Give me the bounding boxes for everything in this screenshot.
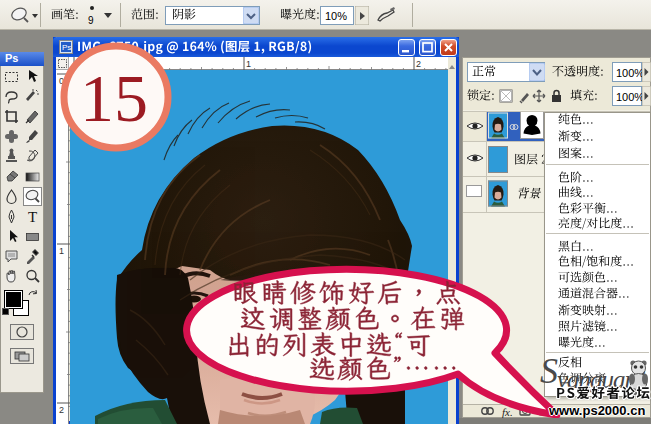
svg-text:15: 15 [80, 60, 148, 136]
svg-text:1: 1 [59, 246, 64, 256]
svg-text:1: 1 [246, 59, 251, 69]
svg-text:2: 2 [416, 59, 421, 69]
svg-text:2: 2 [59, 405, 64, 415]
